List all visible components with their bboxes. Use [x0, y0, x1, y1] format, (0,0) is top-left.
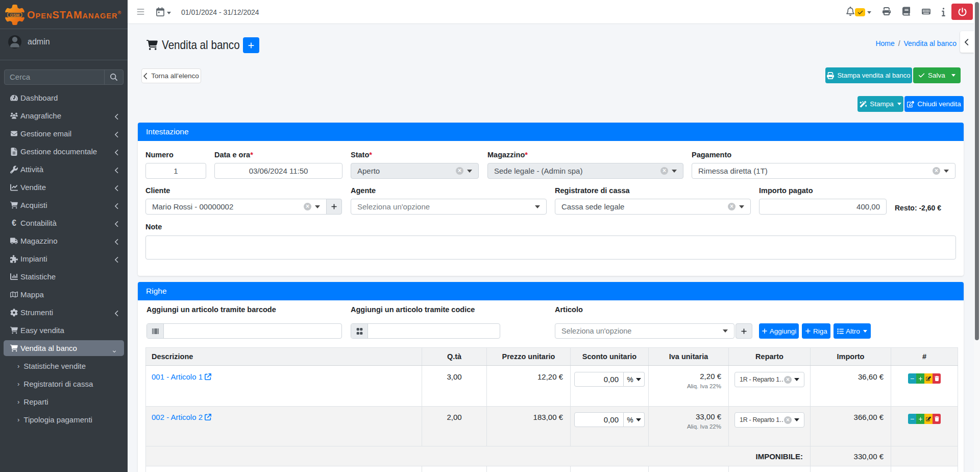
svg-text:OSM: OSM	[10, 13, 20, 17]
